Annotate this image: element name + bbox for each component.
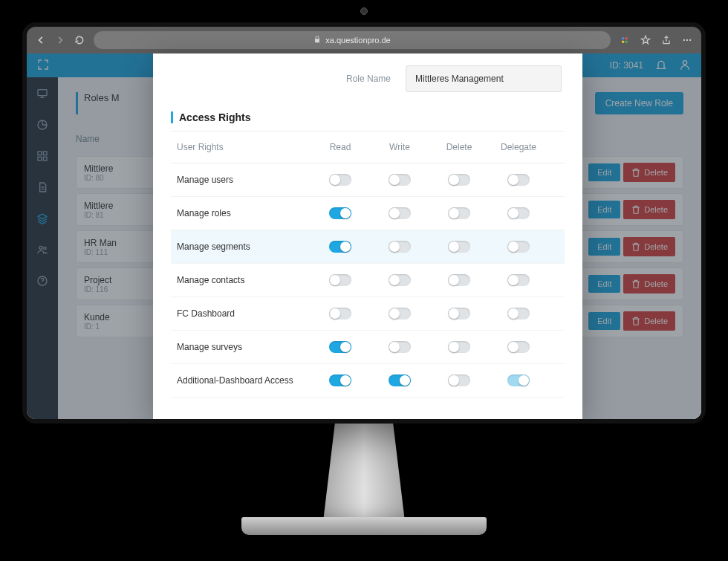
star-icon[interactable] [640, 35, 651, 45]
browser-toolbar: xa.questionpro.de [27, 27, 701, 53]
mic-icon[interactable] [620, 35, 630, 45]
back-icon[interactable] [36, 35, 46, 45]
right-label: Manage surveys [177, 342, 311, 352]
toggle[interactable] [507, 241, 530, 253]
forward-icon[interactable] [55, 35, 65, 45]
toggle[interactable] [329, 274, 351, 286]
reload-icon[interactable] [74, 35, 85, 45]
monitor-frame: xa.questionpro.de ID: 3041 [22, 22, 706, 424]
rights-row: FC Dashboard [171, 297, 565, 331]
url-text: xa.questionpro.de [325, 36, 390, 45]
toggle[interactable] [448, 241, 470, 253]
svg-point-4 [683, 39, 685, 41]
monitor-stand-base [241, 517, 487, 535]
toggle[interactable] [329, 341, 351, 353]
toggle[interactable] [507, 174, 530, 186]
monitor-stand-neck [312, 424, 416, 528]
svg-point-6 [689, 39, 691, 41]
toggle[interactable] [507, 341, 530, 353]
toggle[interactable] [329, 308, 351, 320]
toggle[interactable] [329, 374, 351, 386]
toggle[interactable] [448, 374, 470, 386]
role-name-label: Role Name [346, 74, 391, 84]
hdr-write: Write [370, 142, 429, 152]
url-box[interactable]: xa.questionpro.de [94, 31, 611, 49]
section-title: Access Rights [171, 111, 565, 123]
toggle[interactable] [507, 308, 530, 320]
rights-header: User Rights Read Write Delete Delegate [171, 131, 565, 163]
hdr-delete: Delete [429, 142, 489, 152]
lock-icon [313, 36, 321, 45]
toggle[interactable] [448, 308, 470, 320]
toggle[interactable] [329, 207, 351, 219]
access-rights-dialog: Role Name Access Rights User Rights Read… [153, 53, 582, 419]
toggle[interactable] [389, 274, 411, 286]
toggle[interactable] [389, 341, 411, 353]
svg-point-0 [622, 37, 625, 40]
toggle[interactable] [507, 374, 530, 386]
rights-row: Additional-Dashboard Access [171, 364, 565, 398]
toggle[interactable] [507, 274, 530, 286]
toggle[interactable] [389, 241, 411, 253]
rights-row: Manage surveys [171, 331, 565, 364]
svg-point-1 [625, 37, 628, 40]
role-name-input[interactable] [406, 65, 562, 92]
hdr-user-rights: User Rights [177, 142, 311, 152]
toggle[interactable] [389, 174, 411, 186]
camera-dot [360, 7, 368, 15]
svg-point-3 [625, 41, 628, 44]
right-label: Additional-Dashboard Access [177, 375, 311, 386]
hdr-read: Read [311, 142, 370, 152]
rights-row: Manage contacts [171, 264, 565, 297]
share-icon[interactable] [661, 35, 672, 45]
toggle[interactable] [329, 174, 351, 186]
toggle[interactable] [448, 207, 470, 219]
right-label: Manage contacts [177, 275, 311, 285]
svg-point-5 [686, 39, 688, 41]
toggle[interactable] [507, 207, 530, 219]
right-label: Manage users [177, 175, 311, 185]
toggle[interactable] [329, 241, 351, 253]
right-label: FC Dashboard [177, 308, 311, 319]
toggle[interactable] [389, 308, 411, 320]
rights-row: Manage roles [171, 197, 565, 230]
toggle[interactable] [448, 174, 470, 186]
hdr-delegate: Delegate [489, 142, 548, 152]
rights-row: Manage segments [171, 230, 565, 264]
svg-point-2 [622, 41, 625, 44]
toggle[interactable] [448, 341, 470, 353]
more-icon[interactable] [682, 35, 692, 45]
right-label: Manage segments [177, 241, 311, 252]
toggle[interactable] [448, 274, 470, 286]
rights-row: Manage users [171, 163, 565, 197]
right-label: Manage roles [177, 208, 311, 218]
toggle[interactable] [389, 207, 411, 219]
toggle[interactable] [389, 374, 411, 386]
